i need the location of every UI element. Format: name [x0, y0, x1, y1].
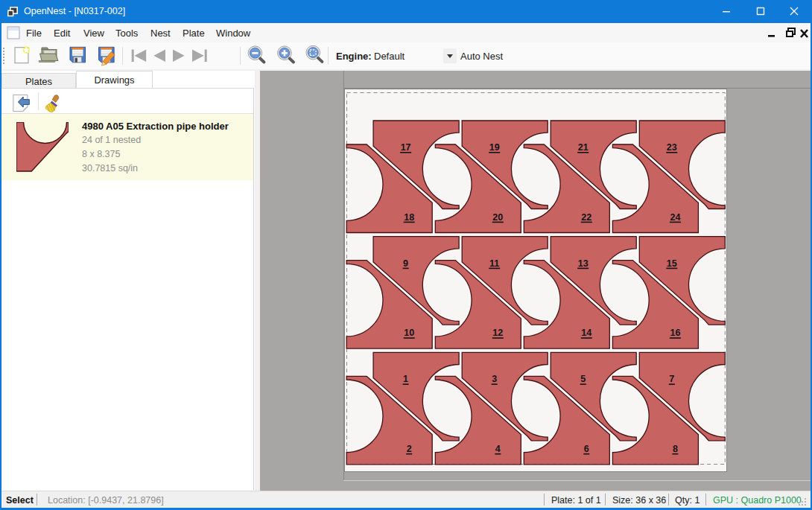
svg-text:21: 21	[578, 142, 589, 153]
svg-text:9: 9	[403, 258, 408, 269]
svg-text:12: 12	[492, 328, 503, 338]
svg-text:1: 1	[403, 374, 408, 384]
svg-text:2: 2	[407, 444, 412, 454]
svg-text:18: 18	[404, 212, 414, 223]
svg-text:7: 7	[669, 374, 674, 384]
svg-text:13: 13	[578, 258, 589, 269]
svg-text:15: 15	[667, 258, 677, 269]
svg-text:14: 14	[581, 328, 591, 338]
svg-text:16: 16	[670, 328, 680, 338]
svg-text:23: 23	[667, 142, 677, 153]
svg-text:10: 10	[404, 328, 414, 338]
svg-text:6: 6	[584, 444, 589, 454]
svg-text:5: 5	[580, 374, 586, 384]
svg-text:17: 17	[401, 142, 411, 153]
svg-text:3: 3	[492, 374, 497, 384]
svg-text:20: 20	[492, 212, 503, 223]
svg-text:22: 22	[581, 212, 591, 223]
svg-text:4: 4	[495, 444, 501, 454]
svg-text:8: 8	[673, 444, 678, 454]
svg-text:11: 11	[489, 258, 499, 269]
svg-text:19: 19	[489, 142, 500, 153]
svg-text:24: 24	[670, 212, 680, 223]
